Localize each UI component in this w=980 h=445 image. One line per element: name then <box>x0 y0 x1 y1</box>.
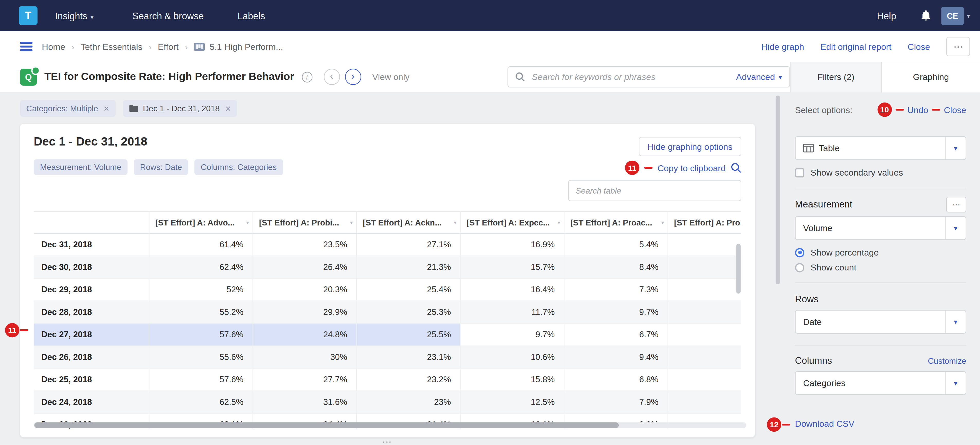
undo-link[interactable]: Undo <box>907 105 928 114</box>
nav-search-browse[interactable]: Search & browse <box>132 10 204 21</box>
hamburger-menu-icon[interactable] <box>20 40 33 54</box>
more-actions-button[interactable]: ⋯ <box>946 37 970 56</box>
column-header[interactable]: [ST Effort] A: Probi...▾ <box>253 211 356 234</box>
cell[interactable]: 15.8% <box>460 369 564 391</box>
measurement-more-button[interactable]: ⋯ <box>946 197 966 213</box>
cell[interactable]: 23.2% <box>356 369 460 391</box>
customize-link[interactable]: Customize <box>928 356 966 365</box>
columns-select[interactable]: Categories ▾ <box>795 371 966 395</box>
table-zoom-icon[interactable] <box>730 162 741 173</box>
cell[interactable]: 27.1% <box>356 234 460 256</box>
row-date[interactable]: Dec 30, 2018 <box>34 256 149 278</box>
measurement-caret-icon[interactable]: ▾ <box>945 217 966 239</box>
cell[interactable]: 12.5% <box>460 391 564 413</box>
cell[interactable]: 61.4% <box>149 234 252 256</box>
cell[interactable] <box>668 256 741 278</box>
chart-type-select[interactable]: Table ▾ <box>795 136 966 160</box>
measurement-select[interactable]: Volume ▾ <box>795 216 966 240</box>
cell[interactable]: 8.4% <box>564 256 667 278</box>
remove-date-filter-icon[interactable]: × <box>225 103 231 114</box>
prev-report-button[interactable]: ‹ <box>323 68 340 85</box>
cell[interactable]: 25.4% <box>356 278 460 301</box>
row-date[interactable]: Dec 27, 2018 <box>34 323 149 346</box>
cell[interactable]: 5.4% <box>564 234 667 256</box>
cell[interactable]: 9.7% <box>564 301 667 323</box>
columns-caret-icon[interactable]: ▾ <box>945 372 966 394</box>
show-count-radio[interactable] <box>795 263 804 272</box>
cell[interactable] <box>668 391 741 413</box>
cell[interactable]: 7.9% <box>564 391 667 413</box>
cell[interactable] <box>668 346 741 368</box>
row-date[interactable]: Dec 24, 2018 <box>34 391 149 413</box>
cell-selected[interactable]: 55.2% <box>149 301 252 323</box>
filters-tab[interactable]: Filters (2) <box>790 62 881 92</box>
cell[interactable]: 57.6% <box>149 369 252 391</box>
cell[interactable] <box>668 369 741 391</box>
avatar-caret-icon[interactable]: ▾ <box>967 12 970 19</box>
next-report-button[interactable]: › <box>345 68 361 85</box>
column-header[interactable]: [ST Effort] A: Ackn...▾ <box>356 211 460 234</box>
close-link[interactable]: Close <box>908 41 930 52</box>
cell[interactable]: 52% <box>149 278 252 301</box>
date-filter-chip[interactable]: Dec 1 - Dec 31, 2018 × <box>123 100 237 117</box>
cell[interactable]: 7.3% <box>564 278 667 301</box>
cell[interactable]: 10.6% <box>460 346 564 368</box>
edit-original-report-link[interactable]: Edit original report <box>820 41 891 52</box>
cell[interactable]: 31.6% <box>253 391 356 413</box>
secondary-values-checkbox[interactable] <box>795 168 804 177</box>
cell-selected[interactable]: 25.3% <box>356 301 460 323</box>
cell[interactable]: 11.7% <box>460 301 564 323</box>
row-date[interactable]: Dec 31, 2018 <box>34 234 149 256</box>
crumb-home[interactable]: Home <box>42 41 65 52</box>
bell-icon[interactable] <box>920 9 932 22</box>
cell-selected[interactable]: 55.6% <box>149 346 252 368</box>
cell[interactable]: 20.3% <box>253 278 356 301</box>
cell-selected[interactable]: 23.1% <box>356 346 460 368</box>
cell[interactable]: 15.7% <box>460 256 564 278</box>
cell-selected[interactable]: 24.8% <box>253 323 356 346</box>
page-vertical-scrollbar[interactable] <box>776 95 780 284</box>
column-header[interactable]: [ST Effort] A: Expec...▾ <box>460 211 564 234</box>
graphing-tab[interactable]: Graphing <box>881 62 980 92</box>
keyword-search-input[interactable] <box>530 71 736 83</box>
nav-labels[interactable]: Labels <box>238 10 265 21</box>
cell[interactable] <box>668 278 741 301</box>
crumb-effort[interactable]: Effort <box>158 41 179 52</box>
table-horizontal-scrollbar-thumb[interactable] <box>35 423 619 428</box>
cell[interactable] <box>668 234 741 256</box>
cell[interactable]: 21.3% <box>356 256 460 278</box>
rows-caret-icon[interactable]: ▾ <box>945 310 966 333</box>
cell[interactable]: 6.7% <box>564 323 667 346</box>
close-options-link[interactable]: Close <box>944 105 966 114</box>
tethr-logo[interactable]: T <box>19 6 38 25</box>
remove-categories-filter-icon[interactable]: × <box>103 103 109 114</box>
column-header[interactable]: [ST Effort] A: Proac...▾ <box>564 211 667 234</box>
copy-to-clipboard-link[interactable]: Copy to clipboard <box>657 163 725 173</box>
rows-select[interactable]: Date ▾ <box>795 310 966 334</box>
crumb-report[interactable]: 5.1 High Perform... <box>210 41 283 52</box>
row-date[interactable]: Dec 26, 2018 <box>34 346 149 368</box>
cell[interactable]: 26.4% <box>253 256 356 278</box>
row-date[interactable]: Dec 29, 2018 <box>34 278 149 301</box>
advanced-caret-icon[interactable]: ▾ <box>779 73 782 81</box>
cell[interactable]: 6.8% <box>564 369 667 391</box>
nav-help[interactable]: Help <box>877 10 896 21</box>
panel-drag-handle[interactable]: ⋯ <box>368 436 407 445</box>
show-percentage-radio[interactable] <box>795 248 804 257</box>
cell[interactable]: 62.5% <box>149 391 252 413</box>
cell[interactable]: 27.7% <box>253 369 356 391</box>
chart-type-caret-icon[interactable]: ▾ <box>945 137 966 159</box>
cell[interactable]: 9.7% <box>460 323 564 346</box>
column-header[interactable]: [ST Effort] A: Pro...▾ <box>668 211 741 234</box>
download-csv-link[interactable]: Download CSV <box>795 418 854 429</box>
advanced-search-link[interactable]: Advanced <box>736 72 775 82</box>
crumb-tethr-essentials[interactable]: Tethr Essentials <box>81 41 142 52</box>
cell-selected[interactable]: 29.9% <box>253 301 356 323</box>
cell-selected[interactable]: 25.5% <box>356 323 460 346</box>
table-search-input[interactable] <box>568 180 741 201</box>
cell[interactable] <box>668 301 741 323</box>
cell[interactable]: 62.4% <box>149 256 252 278</box>
user-avatar[interactable]: CE <box>941 7 964 25</box>
column-header[interactable]: [ST Effort] A: Advo...▾ <box>149 211 252 234</box>
cell[interactable]: 23% <box>356 391 460 413</box>
